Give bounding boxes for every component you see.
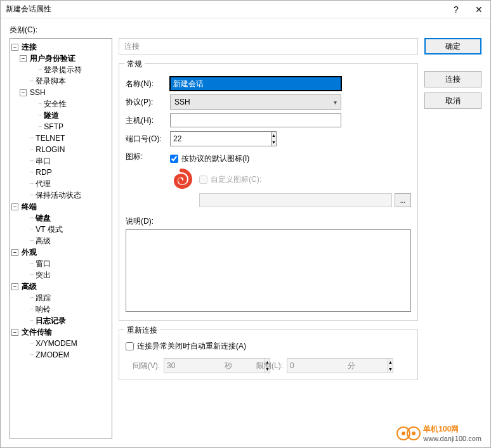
tree-item-advanced[interactable]: 高级 — [20, 281, 38, 292]
category-label: 类别(C): — [10, 25, 481, 35]
protocol-value: SSH — [174, 98, 190, 106]
spinner-down-icon[interactable]: ▼ — [272, 139, 276, 146]
tree-item-serial[interactable]: 串口 — [34, 155, 52, 167]
tree-item-security[interactable]: 安全性 — [43, 98, 68, 110]
tree-item-tunnel[interactable]: 隧道 — [43, 110, 60, 121]
port-label: 端口号(O): — [126, 134, 170, 144]
tree-item-keyboard[interactable]: 键盘 — [34, 212, 52, 224]
name-label: 名称(N): — [126, 79, 170, 89]
tree-item-file-transfer[interactable]: 文件传输 — [20, 326, 53, 338]
watermark-icon — [407, 426, 421, 440]
main-layout: −连接 −用户身份验证 ···登录提示符 ···登录脚本 −SSH ···安全性… — [10, 38, 481, 439]
group-reconnect: 重新连接 连接异常关闭时自动重新连接(A) 间隔(V): ▲ ▼ — [119, 330, 418, 380]
watermark: 单机100网 www.danji100.com — [396, 424, 481, 442]
settings-panel: 连接 常规 名称(N): 协议(P): SSH ▾ — [119, 38, 418, 439]
auto-reconnect-checkbox[interactable] — [126, 342, 134, 350]
tree-toggle-icon[interactable]: − — [20, 89, 27, 96]
tree-toggle-icon[interactable]: − — [11, 44, 18, 51]
browse-button[interactable]: ... — [395, 193, 411, 207]
group-general: 常规 名称(N): 协议(P): SSH ▾ 主机(H): — [119, 63, 418, 321]
port-input[interactable] — [170, 131, 271, 146]
tree-item-ssh[interactable]: SSH — [29, 87, 47, 98]
tree-toggle-icon[interactable]: − — [20, 55, 27, 62]
auto-reconnect-label: 连接异常关闭时自动重新连接(A) — [137, 341, 246, 352]
description-label: 说明(D): — [126, 216, 411, 227]
custom-icon-checkbox-row: 自定义图标(C): — [199, 174, 261, 185]
tree-item-user-auth[interactable]: 用户身份验证 — [29, 53, 77, 64]
interval-unit: 秒 — [225, 361, 232, 371]
tree-item-login-script[interactable]: 登录脚本 — [34, 75, 67, 87]
dialog-window: 新建会话属性 ? ✕ 类别(C): −连接 −用户身份验证 ···登录提示符 ·… — [0, 0, 491, 448]
protocol-select[interactable]: SSH ▾ — [170, 94, 341, 110]
help-button[interactable]: ? — [445, 1, 468, 18]
host-input[interactable] — [170, 113, 341, 127]
default-icon-label: 按协议的默认图标(I) — [181, 153, 249, 164]
protocol-label: 协议(P): — [126, 97, 170, 108]
close-button[interactable]: ✕ — [468, 1, 490, 18]
category-tree[interactable]: −连接 −用户身份验证 ···登录提示符 ···登录脚本 −SSH ···安全性… — [10, 38, 112, 439]
icon-label: 图标: — [126, 151, 170, 162]
tree-item-telnet[interactable]: TELNET — [34, 132, 66, 144]
action-buttons-panel: 确定 连接 取消 — [424, 38, 481, 439]
limit-input — [287, 358, 388, 373]
tree-item-logging[interactable]: 日志记录 — [34, 315, 67, 326]
auto-reconnect-checkbox-row[interactable]: 连接异常关闭时自动重新连接(A) — [126, 341, 411, 352]
tree-item-login-prompt[interactable]: 登录提示符 — [43, 64, 83, 75]
tree-item-window[interactable]: 窗口 — [34, 258, 52, 269]
interval-label: 间隔(V): — [126, 361, 160, 371]
watermark-brand: 单机100网 — [423, 424, 481, 435]
custom-icon-checkbox — [199, 176, 207, 184]
tree-item-rlogin[interactable]: RLOGIN — [34, 144, 66, 155]
window-title: 新建会话属性 — [6, 4, 51, 15]
port-spinner[interactable]: ▲ ▼ — [170, 131, 227, 146]
tree-toggle-icon[interactable]: − — [11, 203, 18, 210]
window-controls: ? ✕ — [445, 1, 490, 18]
tree-item-terminal[interactable]: 终端 — [20, 201, 38, 212]
description-textarea[interactable] — [126, 229, 411, 312]
tree-item-vt-mode[interactable]: VT 模式 — [34, 224, 63, 235]
tree-item-zmodem[interactable]: ZMODEM — [34, 349, 70, 361]
custom-icon-label: 自定义图标(C): — [211, 174, 261, 185]
panel-header: 连接 — [119, 38, 418, 54]
tree-item-rdp[interactable]: RDP — [34, 167, 53, 178]
default-icon-checkbox-row[interactable]: 按协议的默认图标(I) — [170, 153, 411, 164]
group-reconnect-title: 重新连接 — [124, 325, 160, 336]
spinner-down-icon: ▼ — [388, 366, 393, 373]
host-label: 主机(H): — [126, 115, 170, 126]
watermark-url: www.danji100.com — [423, 435, 481, 442]
tree-item-bell[interactable]: 响铃 — [34, 304, 52, 315]
tree-item-highlight[interactable]: 突出 — [34, 269, 52, 281]
tree-toggle-icon[interactable]: − — [11, 329, 18, 336]
limit-label: 限制(L): — [249, 361, 283, 371]
interval-spinner: ▲ ▼ — [164, 358, 221, 373]
limit-unit: 分 — [348, 361, 355, 371]
tree-item-xymodem[interactable]: X/YMODEM — [34, 338, 78, 349]
tree-item-term-advanced[interactable]: 高级 — [34, 235, 52, 246]
tree-item-trace[interactable]: 跟踪 — [34, 292, 52, 304]
chevron-down-icon: ▾ — [334, 99, 337, 106]
group-general-title: 常规 — [124, 59, 145, 70]
tree-item-keepalive[interactable]: 保持活动状态 — [34, 189, 82, 201]
tree-item-appearance[interactable]: 外观 — [20, 246, 38, 258]
tree-toggle-icon[interactable]: − — [11, 249, 18, 256]
spinner-up-icon: ▲ — [388, 359, 393, 366]
tree-toggle-icon[interactable]: − — [11, 283, 18, 290]
titlebar: 新建会话属性 ? ✕ — [1, 1, 490, 18]
name-input[interactable] — [170, 77, 341, 91]
tree-item-connection[interactable]: 连接 — [20, 41, 38, 53]
ok-button[interactable]: 确定 — [424, 38, 481, 54]
custom-icon-path-input — [199, 193, 392, 207]
connect-button[interactable]: 连接 — [424, 71, 481, 87]
spinner-up-icon[interactable]: ▲ — [272, 132, 276, 139]
session-icon — [170, 168, 193, 191]
tree-item-proxy[interactable]: 代理 — [34, 178, 52, 189]
limit-spinner: ▲ ▼ — [287, 358, 344, 373]
cancel-button[interactable]: 取消 — [424, 93, 481, 109]
dialog-content: 类别(C): −连接 −用户身份验证 ···登录提示符 ···登录脚本 −SSH… — [1, 18, 490, 447]
tree-item-sftp[interactable]: SFTP — [43, 121, 65, 132]
default-icon-checkbox[interactable] — [170, 155, 178, 163]
